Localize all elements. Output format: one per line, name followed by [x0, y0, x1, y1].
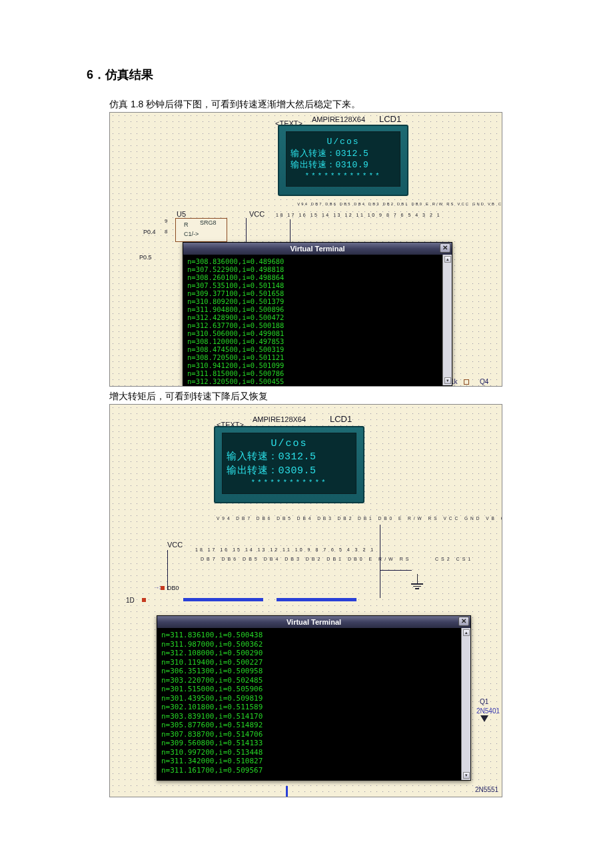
terminal-line: n=311.987000,i=0.500362 — [161, 640, 457, 649]
scroll-down-icon-2[interactable]: ▾ — [463, 772, 470, 779]
lcd-pin-names: V94 DB7 DB6 DB5 DB4 DB3 DB2 DB1 DB0 E R/… — [297, 202, 502, 206]
virtual-terminal-2[interactable]: Virtual Terminal ✕ n=311.836100,i=0.5004… — [157, 615, 471, 781]
part-2n5551-label: 2N5551 — [475, 786, 498, 793]
terminal-line: n=311.161700,i=0.509567 — [161, 766, 457, 775]
terminal-scrollbar-2[interactable]: ▴ ▾ — [461, 628, 470, 780]
lcd-part-label-2: AMPIRE128X64 — [253, 415, 306, 423]
lcd-line-output-2: 输出转速：0309.5 — [227, 465, 352, 478]
lcd-line-output: 输出转速：0310.9 — [291, 159, 396, 171]
r-pin-label: R — [184, 221, 189, 228]
terminal-line: n=301.439500,i=0.509819 — [161, 694, 457, 703]
terminal-scrollbar[interactable]: ▴ ▾ — [442, 255, 452, 385]
pin-names-2b: DB7 DB6 DB5 DB4 DB3 DB2 DB1 DB0 E R/W RS… — [201, 557, 473, 561]
terminal-line: n=312.108000,i=0.500290 — [161, 649, 457, 658]
lcd-part-label: AMPIRE128X64 — [312, 115, 365, 123]
terminal-line: n=308.120000,i=0.497853 — [187, 337, 438, 345]
terminal-line: n=311.342000,i=0.510827 — [161, 757, 457, 766]
q1-label: Q1 — [480, 698, 488, 705]
lcd-screen-1: U/cos 输入转速：0312.5 输出转速：0310.9 **********… — [286, 131, 400, 187]
scroll-up-icon[interactable]: ▴ — [444, 256, 451, 263]
lcd-line-input: 输入转速：0312.5 — [291, 148, 396, 160]
terminal-line: n=312.320500,i=0.500455 — [187, 377, 438, 385]
terminal-line: n=312.637700,i=0.500188 — [187, 321, 438, 329]
terminal-line: n=307.838700,i=0.514706 — [161, 730, 457, 739]
lcd-title: U/cos — [291, 136, 396, 148]
terminal-line: n=312.428900,i=0.500472 — [187, 313, 438, 321]
terminal-line: n=310.506000,i=0.499081 — [187, 329, 438, 337]
lcd-pin-names-2: V94 DB7 DB6 DB5 DB4 DB3 DB2 DB1 DB0 E R/… — [217, 517, 502, 521]
terminal-line: n=309.377100,i=0.501658 — [187, 289, 438, 297]
lcd-line-input-2: 输入转速：0312.5 — [227, 451, 352, 464]
scroll-up-icon-2[interactable]: ▴ — [463, 629, 470, 636]
lcd-line-stars: ************ — [291, 171, 396, 181]
lcd-module-1: U/cos 输入转速：0312.5 输出转速：0310.9 **********… — [278, 125, 408, 196]
terminal-line: n=310.119400,i=0.500227 — [161, 658, 457, 667]
schematic-canvas-2: <TEXT> AMPIRE128X64 LCD1 U/cos 输入转速：0312… — [109, 404, 502, 797]
terminal-line: n=308.260100,i=0.498864 — [187, 273, 438, 281]
lcd-screen-2: U/cos 输入转速：0312.5 输出转速：0309.5 **********… — [222, 433, 356, 494]
schematic-canvas-1: <TEXT> AMPIRE128X64 LCD1 U/cos 输入转速：0312… — [109, 112, 502, 387]
u5-label: U5 — [177, 210, 186, 218]
terminal-line: n=303.220700,i=0.502485 — [161, 676, 457, 685]
srg8-label: SRG8 — [200, 219, 217, 226]
shift-register-box: SRG8 R C1/-> — [175, 218, 227, 242]
terminal-line: n=309.560800,i=0.514133 — [161, 739, 457, 748]
lcd-name-label-2: LCD1 — [330, 414, 352, 424]
q4-label: Q4 — [480, 378, 488, 385]
terminal-title-text: Virtual Terminal — [290, 245, 344, 253]
terminal-titlebar-2[interactable]: Virtual Terminal ✕ — [157, 616, 470, 628]
vcc-label-1: VCC — [249, 210, 265, 218]
terminal-line: n=307.522900,i=0.498818 — [187, 265, 438, 273]
vcc-label-2: VCC — [167, 541, 183, 549]
p05-label: P0.5 — [139, 254, 152, 261]
terminal-output-2: n=311.836100,i=0.500438n=311.987000,i=0.… — [157, 628, 461, 780]
terminal-line: n=302.101800,i=0.511589 — [161, 703, 457, 712]
p04-label: P0.4 — [143, 229, 156, 235]
terminal-line: n=306.351300,i=0.500958 — [161, 667, 457, 676]
terminal-line: n=310.941200,i=0.501099 — [187, 361, 438, 369]
one-d-label: 1D — [126, 597, 135, 604]
terminal-line: n=307.535100,i=0.501148 — [187, 281, 438, 289]
virtual-terminal-1[interactable]: Virtual Terminal ✕ n=308.836000,i=0.4896… — [183, 242, 452, 386]
screenshot-2: <TEXT> AMPIRE128X64 LCD1 U/cos 输入转速：0312… — [109, 404, 526, 797]
terminal-line: n=311.815000,i=0.500786 — [187, 369, 438, 377]
terminal-line: n=311.836100,i=0.500438 — [161, 631, 457, 640]
lcd-title-2: U/cos — [227, 437, 352, 451]
lcd-name-label: LCD1 — [379, 114, 401, 124]
terminal-output-1: n=308.836000,i=0.489680n=307.522900,i=0.… — [183, 255, 442, 385]
screenshot-1: <TEXT> AMPIRE128X64 LCD1 U/cos 输入转速：0312… — [109, 112, 526, 387]
pin-numbers-2a: 18 17 16 15 14 13 12 11 10 9 8 7 6 5 4 3… — [195, 547, 375, 552]
lcd-line-stars-2: ************ — [227, 478, 352, 488]
terminal-line: n=310.809200,i=0.501379 — [187, 297, 438, 305]
terminal-line: n=301.515000,i=0.505906 — [161, 685, 457, 694]
lcd-module-2: U/cos 输入转速：0312.5 输出转速：0309.5 **********… — [214, 426, 364, 503]
c1-pin-label: C1/-> — [184, 231, 199, 237]
caption-1: 仿真 1.8 秒钟后得下图，可看到转速逐渐增大然后稳定下来。 — [109, 99, 526, 111]
terminal-line: n=311.904800,i=0.500896 — [187, 305, 438, 313]
part-2n5401-label: 2N5401 — [476, 707, 500, 715]
db0-label: DB0 — [167, 585, 179, 591]
section-heading: 6．仿真结果 — [87, 67, 526, 83]
terminal-titlebar[interactable]: Virtual Terminal ✕ — [183, 243, 452, 255]
scroll-down-icon[interactable]: ▾ — [444, 377, 451, 384]
terminal-line: n=308.720500,i=0.501121 — [187, 353, 438, 361]
terminal-title-text-2: Virtual Terminal — [287, 618, 341, 626]
close-icon[interactable]: ✕ — [440, 243, 450, 253]
terminal-line: n=305.877600,i=0.514892 — [161, 721, 457, 730]
terminal-line: n=303.839100,i=0.514170 — [161, 712, 457, 721]
pin8-label: 8 — [165, 229, 167, 235]
terminal-line: n=308.474500,i=0.500319 — [187, 345, 438, 353]
caption-2: 增大转矩后，可看到转速下降后又恢复 — [109, 391, 526, 403]
close-icon-2[interactable]: ✕ — [458, 617, 469, 626]
lcd-pin-numbers: 18 17 16 15 14 13 12 11 10 9 8 7 6 5 4 3… — [276, 213, 441, 217]
terminal-line: n=308.836000,i=0.489680 — [187, 257, 438, 265]
pin9-label: 9 — [165, 218, 167, 224]
terminal-line: n=310.997200,i=0.513448 — [161, 748, 457, 757]
